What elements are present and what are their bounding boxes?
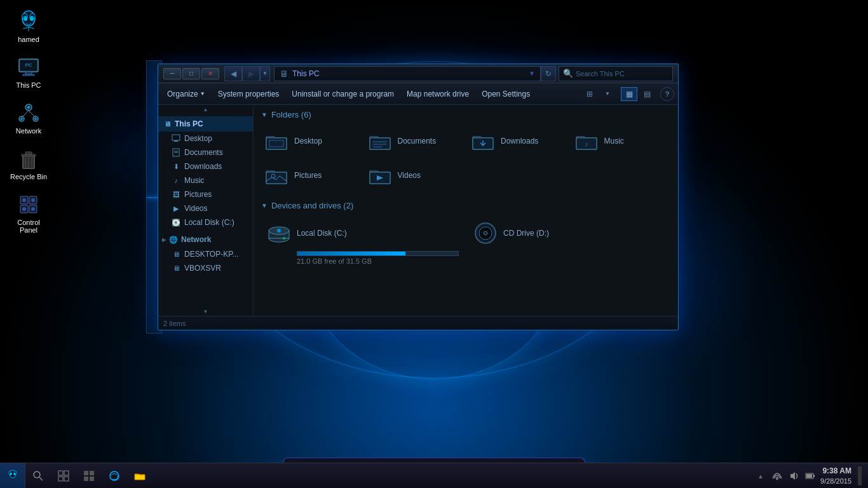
drive-local-disk[interactable]: Local Disk (C:) 21.0 GB free of 31.5 GB [261,217,464,269]
sidebar-item-documents[interactable]: Documents [158,146,253,159]
desktop-icon-this-pc[interactable]: PC This PC [6,52,51,92]
folder-desktop[interactable]: Desktop [261,126,361,156]
local-disk-bar-container: 21.0 GB free of 31.5 GB [266,248,459,265]
sidebar-item-this-pc[interactable]: 🖥 This PC [158,116,253,132]
sidebar-item-desktop-kp[interactable]: 🖥 DESKTOP-KP... [158,247,253,261]
open-settings-button[interactable]: Open Settings [477,86,535,102]
desktop-icons: hamed PC This PC [0,0,57,243]
folder-documents-label: Documents [398,137,437,146]
status-bar: 2 items [158,316,678,330]
clock-date: 9/28/2015 [820,477,851,485]
tray-network-icon[interactable] [771,470,783,482]
recycle-bin-label: Recycle Bin [10,173,47,180]
refresh-button[interactable]: ↻ [541,66,556,81]
minimize-button[interactable]: ─ [163,68,181,79]
sidebar-item-network[interactable]: ▶ 🌐 Network [158,232,253,247]
explorer-button[interactable] [127,463,153,489]
start-button[interactable] [0,463,25,489]
svg-rect-94 [84,471,88,475]
address-bar[interactable]: 🖥 This PC ▼ [274,66,541,81]
view-buttons: ⊞ ▼ ▦ ▤ ? [581,87,674,101]
organize-button[interactable]: Organize ▼ [162,86,210,102]
tray-arrow-icon[interactable]: ▲ [754,470,767,482]
system-properties-button[interactable]: System properties [213,86,285,102]
edge-button[interactable] [102,463,127,489]
folder-downloads[interactable]: Downloads [468,126,567,156]
toolbar: Organize ▼ System properties Uninstall o… [158,83,678,105]
local-disk-sidebar-icon: 💽 [171,217,181,227]
forward-button[interactable]: ▶ [242,66,260,81]
desktop-icon-network[interactable]: Network [6,98,51,137]
sidebar-item-downloads[interactable]: ⬇ Downloads [158,159,253,173]
svg-text:PC: PC [25,62,32,68]
folder-documents[interactable]: Documents [365,126,465,156]
svg-point-33 [22,207,26,211]
folder-music[interactable]: ♪ Music [571,126,671,156]
sidebar-content: 🖥 This PC Desktop Documents ⬇ [158,114,253,307]
this-pc-icon: PC [16,55,41,80]
svg-line-7 [29,27,34,29]
svg-point-19 [20,118,23,120]
desktop-icon-control-panel[interactable]: Control Panel [6,189,51,236]
folders-grid: Desktop Documents [261,126,670,191]
drive-cd[interactable]: CD Drive (D:) [468,217,670,269]
task-view-button[interactable] [51,463,76,489]
sidebar-item-desktop[interactable]: Desktop [158,132,253,146]
drive-local-disk-header: Local Disk (C:) [266,220,347,246]
sidebar-item-videos[interactable]: ▶ Videos [158,201,253,215]
view-dropdown-button[interactable]: ▼ [599,87,616,101]
sidebar-item-vboxsvr[interactable]: 🖥 VBOXSVR [158,261,253,275]
svg-line-17 [29,111,34,116]
hamed-icon [16,9,41,34]
svg-point-53 [484,231,487,235]
this-pc-sidebar-icon: 🖥 [162,119,172,129]
close-button[interactable]: ✕ [201,68,219,79]
sidebar-scroll-down[interactable]: ▼ [158,307,253,316]
sidebar-scroll-up[interactable]: ▲ [158,105,253,114]
store-button[interactable] [76,463,102,489]
search-bar[interactable]: 🔍 Search This PC [559,66,673,81]
desktop-kp-icon: 🖥 [171,249,181,259]
svg-point-32 [31,198,35,202]
view-medium-button[interactable]: ▦ [621,87,637,101]
system-clock[interactable]: 9:38 AM 9/28/2015 [820,466,851,485]
folder-videos-label: Videos [398,171,421,180]
folder-pictures[interactable]: Pictures [261,160,361,191]
tray-sound-icon[interactable] [787,470,800,482]
sidebar-item-local-disk[interactable]: 💽 Local Disk (C:) [158,215,253,229]
map-drive-button[interactable]: Map network drive [402,86,474,102]
status-text: 2 items [163,320,186,327]
main-area: ▲ 🖥 This PC Desktop Documents [158,105,678,316]
svg-point-86 [10,473,11,475]
back-button[interactable]: ◀ [224,66,242,81]
svg-point-98 [110,471,119,480]
tray-battery-icon[interactable] [804,470,817,482]
svg-rect-92 [58,477,63,481]
show-desktop-button[interactable] [858,466,862,485]
sidebar-item-pictures[interactable]: 🖼 Pictures [158,187,253,201]
maximize-button[interactable]: □ [182,68,200,79]
sidebar-item-music[interactable]: ♪ Music [158,173,253,187]
drives-section-header[interactable]: ▼ Devices and drives (2) [261,201,670,210]
svg-rect-10 [25,72,32,74]
svg-point-49 [277,229,281,233]
svg-rect-96 [84,477,88,481]
view-large-button[interactable]: ▤ [639,87,655,101]
desktop-icon-hamed[interactable]: hamed [6,6,51,46]
taskbar-search-button[interactable] [25,463,51,489]
address-text: This PC [292,69,320,78]
vboxsvr-icon: 🖥 [171,263,181,273]
nav-dropdown-button[interactable]: ▼ [260,66,270,81]
local-disk-progress-track [297,251,459,256]
svg-rect-11 [23,74,34,76]
uninstall-button[interactable]: Uninstall or change a program [287,86,399,102]
view-list-button[interactable]: ⊞ [581,87,598,101]
title-bar: ─ □ ✕ ◀ ▶ ▼ 🖥 This PC ▼ ↻ 🔍 Search This … [158,64,678,83]
desktop-icon-recycle-bin[interactable]: Recycle Bin [6,144,51,183]
cd-drive-icon [473,220,498,246]
folders-section-header[interactable]: ▼ Folders (6) [261,110,670,119]
drives-grid: Local Disk (C:) 21.0 GB free of 31.5 GB [261,217,670,269]
folder-desktop-icon [264,128,289,154]
folder-videos[interactable]: Videos [365,160,465,191]
help-button[interactable]: ? [660,87,674,101]
